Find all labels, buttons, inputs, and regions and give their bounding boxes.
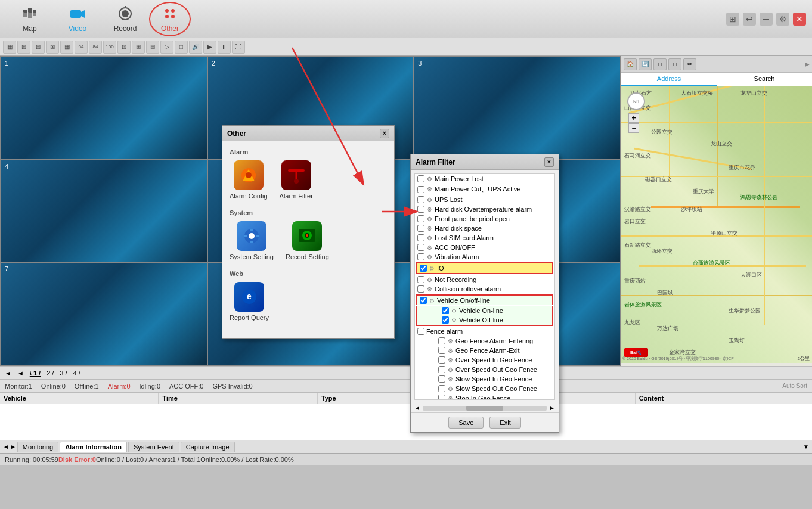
sec-btn-2[interactable]: ⊞ xyxy=(17,41,30,54)
sec-btn-pause[interactable]: ⏸ xyxy=(218,41,231,54)
page-nav-prev2[interactable]: ◄ xyxy=(15,369,26,377)
alarm-config-item[interactable]: Alarm Config xyxy=(230,160,268,200)
filter-checkbox-3[interactable] xyxy=(417,206,424,213)
filter-list-item-11[interactable]: ⚙ Collision rollover alarm xyxy=(415,284,554,294)
back-button[interactable]: ↩ xyxy=(743,13,756,26)
video-cell-3[interactable]: 3 xyxy=(414,57,620,159)
tab-nav-next[interactable]: ► xyxy=(10,443,16,450)
filter-hscrollbar[interactable] xyxy=(423,406,547,411)
filter-checkbox-5[interactable] xyxy=(417,225,424,232)
filter-checkbox-12[interactable] xyxy=(420,297,427,304)
page-1[interactable]: \ 1 / xyxy=(27,369,43,377)
filter-list-item-0[interactable]: ⚙ Main Power Lost xyxy=(415,174,554,184)
sec-btn-play[interactable]: ▶ xyxy=(203,41,216,54)
video-cell-4[interactable]: 4 xyxy=(1,160,207,262)
other-dialog-header[interactable]: Other × xyxy=(222,126,394,141)
tab-nav-prev[interactable]: ◄ xyxy=(3,443,9,450)
filter-list-item-14[interactable]: ⚙ Vehicle Off-line xyxy=(416,315,553,326)
minimize-button[interactable]: ─ xyxy=(760,13,773,26)
filter-checkbox-8[interactable] xyxy=(417,253,424,260)
filter-checkbox-7[interactable] xyxy=(417,244,424,251)
filter-list-item-20[interactable]: ⚙ Slow Speed In Geo Fence xyxy=(415,374,554,384)
filter-list-item-16[interactable]: ⚙ Geo Fence Alarm-Entering xyxy=(415,336,554,346)
map-compass[interactable]: N↑ xyxy=(627,92,645,110)
map-button[interactable]: Map xyxy=(6,2,54,36)
filter-checkbox-15[interactable] xyxy=(417,328,424,335)
filter-checkbox-13[interactable] xyxy=(442,307,449,314)
sec-btn-6[interactable]: 64 xyxy=(75,41,88,54)
other-button[interactable]: Other xyxy=(149,2,191,36)
filter-checkbox-9[interactable] xyxy=(420,265,427,272)
page-nav-prev[interactable]: ◄ xyxy=(2,369,14,377)
sec-btn-8[interactable]: 100 xyxy=(103,41,116,54)
filter-list-item-4[interactable]: ⚙ Front panel be pried open xyxy=(415,214,554,224)
filter-checkbox-4[interactable] xyxy=(417,215,424,222)
video-cell-7[interactable]: 7 xyxy=(1,263,207,365)
filter-list-item-13[interactable]: ⚙ Vehicle On-line xyxy=(416,306,553,315)
filter-list-item-21[interactable]: ⚙ Slow Speed Out Geo Fence xyxy=(415,384,554,393)
filter-list-item-1[interactable]: ⚙ Main Power Cut、UPS Active xyxy=(415,184,554,195)
sec-btn-9[interactable]: ⊡ xyxy=(117,41,131,54)
filter-list-item-8[interactable]: ⚙ Vibration Alarm xyxy=(415,252,554,262)
map-zoom-in[interactable]: + xyxy=(628,113,639,123)
filter-list-item-7[interactable]: ⚙ ACC ON/OFF xyxy=(415,243,554,252)
page-3[interactable]: 3 / xyxy=(57,369,69,377)
tab-system-event[interactable]: System Event xyxy=(128,442,179,452)
sec-btn-13[interactable]: □ xyxy=(175,41,188,54)
filter-list-item-9[interactable]: ⚙ IO xyxy=(416,262,553,274)
sec-btn-10[interactable]: ⊞ xyxy=(132,41,145,54)
tab-capture-image[interactable]: Capture Image xyxy=(181,442,235,452)
filter-checkbox-19[interactable] xyxy=(438,366,445,373)
filter-checkbox-20[interactable] xyxy=(438,375,445,383)
filter-list-item-3[interactable]: ⚙ Hard disk Overtemperature alarm xyxy=(415,204,554,214)
filter-item-list[interactable]: ⚙ Main Power Lost ⚙ Main Power Cut、UPS A… xyxy=(414,173,555,400)
sec-btn-7[interactable]: 84 xyxy=(89,41,102,54)
filter-list-item-18[interactable]: ⚙ Over Speed In Geo Fence xyxy=(415,355,554,365)
video-button[interactable]: Video xyxy=(54,2,101,36)
sec-btn-1[interactable]: ▦ xyxy=(3,41,16,54)
alarm-filter-item[interactable]: Alarm Filter xyxy=(280,160,313,200)
filter-checkbox-6[interactable] xyxy=(417,234,424,241)
filter-list-item-22[interactable]: ⚙ Stop In Geo Fence xyxy=(415,393,554,400)
filter-list-item-12[interactable]: ⚙ Vehicle On/off-line xyxy=(416,294,553,305)
filter-list-item-19[interactable]: ⚙ Over Speed Out Geo Fence xyxy=(415,365,554,374)
record-button[interactable]: Record xyxy=(101,2,149,36)
sec-btn-11[interactable]: ⊟ xyxy=(146,41,159,54)
map-tab-search[interactable]: Search xyxy=(717,73,812,86)
tab-monitoring[interactable]: Monitoring xyxy=(17,442,58,452)
sec-btn-12[interactable]: ▷ xyxy=(160,41,173,54)
map-zoom-out[interactable]: − xyxy=(628,123,639,133)
page-2[interactable]: 2 / xyxy=(44,369,56,377)
filter-list-item-10[interactable]: ⚙ Not Recording xyxy=(415,275,554,284)
filter-list-item-6[interactable]: ⚙ Lost SIM card Alarm xyxy=(415,233,554,243)
filter-checkbox-2[interactable] xyxy=(417,196,424,203)
sec-btn-14[interactable]: 🔊 xyxy=(189,41,202,54)
filter-list-item-15[interactable]: Fence alarm xyxy=(415,327,554,336)
filter-checkbox-10[interactable] xyxy=(417,276,424,283)
video-cell-1[interactable]: 1 xyxy=(1,57,207,159)
filter-checkbox-14[interactable] xyxy=(442,316,449,324)
close-button[interactable]: ✕ xyxy=(793,13,806,26)
report-query-item[interactable]: e Report Query xyxy=(230,282,269,321)
grid-view-button[interactable]: ⊞ xyxy=(726,13,739,26)
alarm-filter-dialog-header[interactable]: Alarm Filter × xyxy=(411,154,559,170)
filter-list-item-2[interactable]: ⚙ UPS Lost xyxy=(415,195,554,204)
filter-checkbox-21[interactable] xyxy=(438,385,445,392)
filter-checkbox-11[interactable] xyxy=(417,285,424,293)
sec-btn-5[interactable]: ▦ xyxy=(60,41,73,54)
filter-checkbox-17[interactable] xyxy=(438,347,445,354)
filter-exit-button[interactable]: Exit xyxy=(489,417,520,429)
other-dialog-close[interactable]: × xyxy=(380,129,389,138)
filter-list-item-17[interactable]: ⚙ Geo Fence Alarm-Exit xyxy=(415,346,554,355)
filter-checkbox-0[interactable] xyxy=(417,175,424,182)
filter-hscroll-right[interactable]: ► xyxy=(549,405,555,411)
map-tool-2[interactable]: 🔄 xyxy=(639,58,652,70)
filter-checkbox-18[interactable] xyxy=(438,356,445,364)
sec-btn-fullscreen[interactable]: ⛶ xyxy=(232,41,245,54)
sec-btn-4[interactable]: ⊠ xyxy=(46,41,59,54)
tab-alarm-information[interactable]: Alarm Information xyxy=(60,442,127,452)
filter-list-item-5[interactable]: ⚙ Hard disk space xyxy=(415,224,554,233)
filter-checkbox-22[interactable] xyxy=(438,395,445,400)
alarm-filter-dialog-close[interactable]: × xyxy=(544,157,554,167)
map-tool-4[interactable]: □ xyxy=(668,58,681,70)
